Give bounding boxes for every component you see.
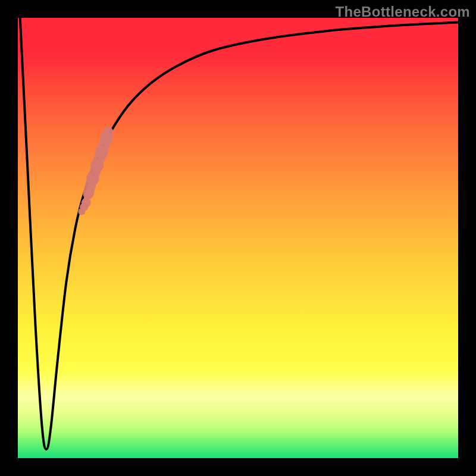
- watermark-label: TheBottleneck.com: [336, 4, 470, 20]
- chart-plot-area: [18, 18, 458, 458]
- svg-point-5: [95, 146, 108, 159]
- svg-point-2: [82, 198, 91, 208]
- chart-frame: TheBottleneck.com: [0, 0, 476, 476]
- svg-point-6: [99, 133, 112, 146]
- svg-point-3: [86, 172, 99, 185]
- svg-point-4: [90, 159, 104, 172]
- highlight-dots: [78, 132, 112, 215]
- bottleneck-curve: [20, 18, 458, 449]
- chart-svg: [18, 18, 458, 458]
